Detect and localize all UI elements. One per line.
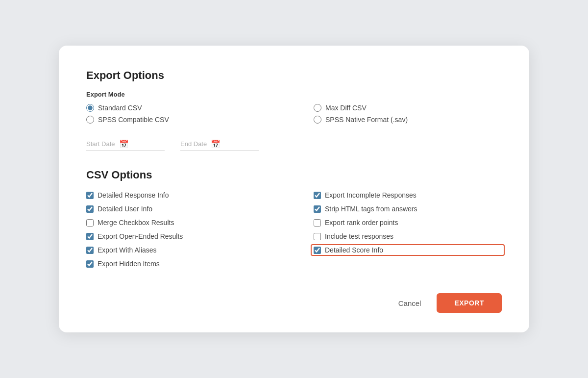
export-options-dialog: Export Options Export Mode Standard CSV … [59, 46, 529, 332]
date-row: Start Date 📅 End Date 📅 [86, 139, 502, 151]
checkbox-export-open-ended-input[interactable] [86, 233, 94, 240]
checkbox-detailed-user[interactable]: Detailed User Info [86, 205, 274, 213]
checkbox-strip-html-label: Strip HTML tags from answers [325, 205, 417, 213]
checkbox-include-test-input[interactable] [314, 233, 321, 240]
radio-spss-csv-label: SPSS Compatible CSV [98, 116, 169, 124]
radio-standard-csv-label: Standard CSV [98, 104, 142, 112]
start-date-label: Start Date [86, 140, 115, 148]
radio-max-diff-csv[interactable]: Max Diff CSV [314, 104, 502, 112]
checkbox-detailed-response[interactable]: Detailed Response Info [86, 191, 274, 199]
checkbox-detailed-score[interactable]: Detailed Score Info [314, 246, 502, 254]
checkbox-export-aliases-input[interactable] [86, 247, 94, 254]
checkbox-export-rank-label: Export rank order points [325, 219, 398, 227]
dialog-footer: Cancel EXPORT [86, 293, 502, 313]
export-button[interactable]: EXPORT [437, 293, 502, 313]
checkbox-export-incomplete-input[interactable] [314, 192, 321, 199]
csv-options-right-col: Export Incomplete Responses Strip HTML t… [314, 191, 502, 268]
checkbox-include-test-label: Include test responses [325, 232, 393, 240]
checkbox-export-hidden-label: Export Hidden Items [98, 260, 160, 268]
radio-standard-csv[interactable]: Standard CSV [86, 104, 274, 112]
checkbox-detailed-score-label: Detailed Score Info [325, 246, 383, 254]
export-mode-label: Export Mode [86, 91, 502, 98]
radio-standard-csv-input[interactable] [86, 104, 94, 112]
checkbox-detailed-response-input[interactable] [86, 192, 94, 199]
checkbox-export-incomplete-label: Export Incomplete Responses [325, 191, 416, 199]
checkbox-strip-html[interactable]: Strip HTML tags from answers [314, 205, 502, 213]
start-date-field[interactable]: Start Date 📅 [86, 139, 165, 151]
end-date-field[interactable]: End Date 📅 [180, 139, 259, 151]
checkbox-detailed-score-input[interactable] [314, 247, 321, 254]
radio-max-diff-csv-input[interactable] [314, 104, 321, 112]
checkbox-detailed-response-label: Detailed Response Info [98, 191, 169, 199]
checkbox-merge-checkbox[interactable]: Merge Checkbox Results [86, 219, 274, 227]
csv-options-grid: Detailed Response Info Detailed User Inf… [86, 191, 502, 268]
start-date-calendar-icon: 📅 [119, 139, 129, 149]
radio-spss-csv-input[interactable] [86, 116, 94, 124]
radio-max-diff-csv-label: Max Diff CSV [325, 104, 367, 112]
end-date-calendar-icon: 📅 [211, 139, 220, 149]
cancel-button[interactable]: Cancel [391, 295, 429, 311]
radio-spss-native[interactable]: SPSS Native Format (.sav) [314, 116, 502, 124]
checkbox-export-rank-input[interactable] [314, 219, 321, 227]
checkbox-detailed-user-label: Detailed User Info [98, 205, 152, 213]
checkbox-merge-checkbox-input[interactable] [86, 219, 94, 227]
export-mode-radio-group: Standard CSV Max Diff CSV SPSS Compatibl… [86, 104, 502, 124]
radio-spss-native-label: SPSS Native Format (.sav) [325, 116, 408, 124]
checkbox-detailed-user-input[interactable] [86, 205, 94, 213]
csv-options-left-col: Detailed Response Info Detailed User Inf… [86, 191, 274, 268]
radio-spss-csv[interactable]: SPSS Compatible CSV [86, 116, 274, 124]
checkbox-export-hidden-input[interactable] [86, 260, 94, 268]
checkbox-export-hidden[interactable]: Export Hidden Items [86, 260, 274, 268]
checkbox-export-aliases-label: Export With Aliases [98, 246, 157, 254]
dialog-title: Export Options [86, 69, 502, 82]
checkbox-export-incomplete[interactable]: Export Incomplete Responses [314, 191, 502, 199]
checkbox-export-rank[interactable]: Export rank order points [314, 219, 502, 227]
checkbox-export-open-ended[interactable]: Export Open-Ended Results [86, 232, 274, 240]
radio-spss-native-input[interactable] [314, 116, 321, 124]
checkbox-merge-checkbox-label: Merge Checkbox Results [98, 219, 174, 227]
checkbox-export-aliases[interactable]: Export With Aliases [86, 246, 274, 254]
end-date-label: End Date [180, 140, 207, 148]
checkbox-strip-html-input[interactable] [314, 205, 321, 213]
checkbox-export-open-ended-label: Export Open-Ended Results [98, 232, 183, 240]
checkbox-include-test[interactable]: Include test responses [314, 232, 502, 240]
csv-section-title: CSV Options [86, 169, 502, 181]
